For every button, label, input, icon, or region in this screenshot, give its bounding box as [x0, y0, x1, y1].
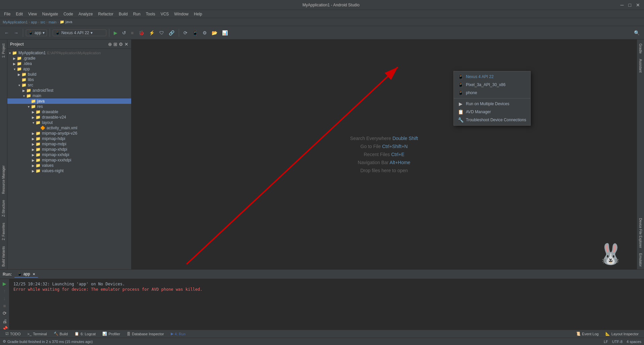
dropdown-item-pixel3a[interactable]: 📱 Pixel_3a_API_30_x86	[454, 81, 530, 89]
menu-help[interactable]: Help	[191, 11, 205, 17]
tree-item-mipmap-hdpi[interactable]: ▶ 📁 mipmap-hdpi	[7, 136, 131, 141]
tree-item-androidtest[interactable]: ▶ 📁 androidTest	[7, 88, 131, 93]
bottom-tab-run[interactable]: ▶ 4: Run	[168, 331, 188, 337]
run-ctrl-up[interactable]: ↑	[1, 288, 8, 294]
forward-button[interactable]: →	[12, 29, 20, 37]
dropdown-item-avd[interactable]: 📋 AVD Manager	[454, 108, 530, 116]
search-everywhere-button[interactable]: 🔍	[632, 29, 641, 37]
tree-item-main[interactable]: ▾ 📁 main	[7, 93, 131, 98]
avd-manager-button[interactable]: 📱	[191, 29, 200, 37]
menu-build[interactable]: Build	[116, 11, 130, 17]
sidebar-tab-build-variants[interactable]: Build Variants	[1, 244, 6, 269]
device-file-explorer[interactable]: 📂	[210, 29, 219, 37]
tree-item-src[interactable]: ▾ 📁 src	[7, 82, 131, 88]
dropdown-item-run-multiple[interactable]: ▶ Run on Multiple Devices	[454, 100, 530, 108]
tree-item-layout[interactable]: ▾ 📁 layout	[7, 120, 131, 125]
sidebar-tab-project[interactable]: 1: Project	[1, 41, 6, 60]
stop-button[interactable]: ■	[129, 29, 135, 37]
run-tab-app[interactable]: 📱 app ✕	[14, 271, 38, 278]
right-tab-device-file[interactable]: Device File Explorer	[638, 215, 643, 251]
profile-button[interactable]: ⚡	[147, 29, 156, 37]
tree-item-root[interactable]: ▾ 📁 MyApplication1 E:\APPApplication\MyA…	[7, 50, 131, 56]
sync-gradle-button[interactable]: ⟳	[182, 29, 189, 37]
breadcrumb-root[interactable]: MyApplication1	[3, 20, 28, 24]
debug-button[interactable]: 🐞	[137, 29, 146, 37]
right-tab-assistant[interactable]: Assistant	[638, 56, 643, 75]
bottom-tab-profiler[interactable]: 📊 Profiler	[100, 331, 123, 337]
tree-icon-mipmap-mdpi: 📁	[36, 142, 41, 146]
right-tab-gradle[interactable]: Gradle	[638, 41, 643, 56]
app-selector[interactable]: 📱 app ▾	[26, 29, 47, 36]
bottom-tab-todo[interactable]: ☑ TODO	[3, 331, 23, 337]
minimize-button[interactable]: ─	[619, 2, 625, 8]
menu-file[interactable]: File	[1, 11, 13, 17]
bottom-tab-logcat[interactable]: 📋 6: Logcat	[72, 331, 98, 337]
device-selector[interactable]: 📱 Nexus 4 API 22 ▾	[53, 29, 106, 36]
tree-item-idea[interactable]: ▶ 📁 .idea	[7, 61, 131, 66]
run-ctrl-run[interactable]: ▶	[1, 280, 8, 287]
menu-navigate[interactable]: Navigate	[40, 11, 61, 17]
menu-view[interactable]: View	[25, 11, 40, 17]
bottom-tab-build[interactable]: 🔨 Build	[51, 331, 70, 337]
tree-item-drawable-v24[interactable]: ▶ 📁 drawable-v24	[7, 115, 131, 120]
window-controls[interactable]: ─ □ ✕	[619, 2, 641, 8]
panel-layout-button[interactable]: ⊞	[113, 42, 117, 47]
menu-code[interactable]: Code	[61, 11, 76, 17]
menu-edit[interactable]: Edit	[13, 11, 25, 17]
refresh-run-button[interactable]: ↺	[120, 29, 128, 37]
tree-item-mipmap-xxhdpi[interactable]: ▶ 📁 mipmap-xxhdpi	[7, 152, 131, 157]
sidebar-tab-resource[interactable]: Resource Manager	[1, 163, 6, 197]
menu-analyze[interactable]: Analyze	[76, 11, 96, 17]
tree-item-java[interactable]: 📁 java	[7, 98, 131, 104]
breadcrumb-main[interactable]: main	[49, 20, 57, 24]
panel-add-button[interactable]: ⊕	[108, 42, 112, 47]
run-ctrl-print[interactable]: 🖨	[1, 318, 8, 325]
run-ctrl-stop[interactable]: ■	[1, 302, 8, 309]
tree-item-mipmap-mdpi[interactable]: ▶ 📁 mipmap-mdpi	[7, 141, 131, 147]
close-button[interactable]: ✕	[635, 2, 641, 8]
tree-item-libs[interactable]: 📁 libs	[7, 77, 131, 82]
menu-vcs[interactable]: VCS	[158, 11, 172, 17]
tree-item-values-night[interactable]: ▶ 📁 values-night	[7, 168, 131, 174]
dropdown-item-troubleshoot[interactable]: 🔧 Troubleshoot Device Connections	[454, 116, 530, 124]
tree-item-gradle[interactable]: ▶ 📁 .gradle	[7, 56, 131, 61]
menu-tools[interactable]: Tools	[143, 11, 158, 17]
bottom-tab-eventlog[interactable]: 📜 Event Log	[573, 331, 601, 337]
sidebar-tab-structure[interactable]: Z-Structure	[1, 197, 6, 219]
tree-item-build[interactable]: ▶ 📁 build	[7, 72, 131, 77]
tree-item-drawable[interactable]: ▶ 📁 drawable	[7, 109, 131, 115]
run-ctrl-pin[interactable]: 📌	[1, 325, 8, 330]
run-ctrl-rerun[interactable]: ⟳	[1, 310, 8, 317]
dropdown-item-phone[interactable]: 📱 phone	[454, 89, 530, 97]
tree-item-mipmap-xxxhdpi[interactable]: ▶ 📁 mipmap-xxxhdpi	[7, 157, 131, 163]
tree-item-activity-main[interactable]: 🔶 activity_main.xml	[7, 125, 131, 131]
run-button[interactable]: ▶	[112, 29, 119, 37]
tree-item-app[interactable]: ▾ 📁 app	[7, 66, 131, 72]
breadcrumb-app[interactable]: app	[31, 20, 37, 24]
back-button[interactable]: ←	[3, 29, 11, 37]
tree-item-values[interactable]: ▶ 📁 values	[7, 163, 131, 168]
right-tab-emulator[interactable]: Emulator	[638, 251, 643, 269]
breadcrumb-java: 📁 java	[60, 20, 72, 24]
sidebar-tab-favorites[interactable]: 2: Favorites	[1, 220, 6, 243]
dropdown-item-nexus4[interactable]: 📱 Nexus 4 API 22	[454, 73, 530, 81]
run-tab-close[interactable]: ✕	[33, 272, 35, 276]
run-ctrl-down[interactable]: ↓	[1, 295, 8, 302]
bottom-tab-layout-inspector[interactable]: 📐 Layout Inspector	[603, 331, 641, 337]
tree-item-mipmap-xhdpi[interactable]: ▶ 📁 mipmap-xhdpi	[7, 147, 131, 152]
coverage-button[interactable]: 🛡	[158, 29, 166, 37]
tree-item-res[interactable]: ▾ 📁 res	[7, 104, 131, 109]
breadcrumb-src[interactable]: src	[40, 20, 45, 24]
menu-run[interactable]: Run	[130, 11, 143, 17]
tree-item-mipmap-anydpi[interactable]: ▶ 📁 mipmap-anydpi-v26	[7, 131, 131, 136]
menu-refactor[interactable]: Refactor	[96, 11, 116, 17]
profiler-button[interactable]: 📊	[220, 29, 229, 37]
sdk-manager-button[interactable]: ⚙	[201, 29, 209, 37]
bottom-tab-terminal[interactable]: >_ Terminal	[25, 331, 50, 337]
panel-settings-button[interactable]: ⚙	[119, 42, 123, 47]
menu-window[interactable]: Window	[171, 11, 191, 17]
bottom-tab-database[interactable]: 🗄 Database Inspector	[124, 331, 166, 337]
maximize-button[interactable]: □	[627, 2, 633, 8]
attach-debugger[interactable]: 🔗	[167, 29, 176, 37]
panel-close-button[interactable]: ✕	[124, 42, 128, 47]
